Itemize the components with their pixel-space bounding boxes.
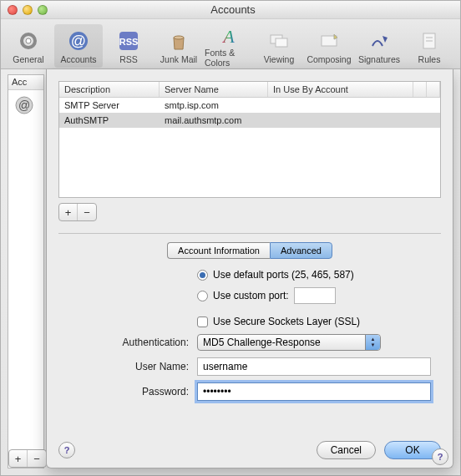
cell-server: smtp.isp.com (160, 98, 268, 113)
toolbar-rules[interactable]: Rules (405, 24, 453, 68)
table-row[interactable]: SMTP Server smtp.isp.com (59, 98, 440, 113)
rss-icon: RSS (115, 28, 142, 54)
add-account-button[interactable]: + (9, 450, 28, 467)
sheet-footer: ? Cancel OK (58, 433, 441, 459)
trash-icon (165, 28, 192, 54)
username-label: User Name: (65, 361, 197, 372)
help-button-outer[interactable]: ? (432, 448, 448, 465)
tab-bar: Account Information Advanced (58, 242, 441, 259)
cancel-button[interactable]: Cancel (317, 441, 376, 459)
table-row[interactable]: AuthSMTP mail.authsmtp.com (59, 113, 440, 128)
toolbar-composing[interactable]: Composing (305, 24, 353, 68)
ssl-label: Use Secure Sockets Layer (SSL) (213, 316, 360, 327)
toolbar-accounts[interactable]: @ Accounts (54, 24, 103, 68)
toolbar-label: General (13, 54, 43, 64)
auth-value: MD5 Challenge-Response (203, 337, 321, 348)
col-description[interactable]: Description (59, 82, 160, 97)
account-row[interactable]: @ (8, 90, 43, 122)
table-header: Description Server Name In Use By Accoun… (59, 82, 440, 98)
svg-rect-9 (276, 38, 287, 47)
toolbar-rss[interactable]: RSS RSS (104, 24, 153, 68)
default-ports-label: Use default ports (25, 465, 587) (213, 269, 354, 281)
cell-server: mail.authsmtp.com (160, 113, 268, 128)
fonts-icon: A (215, 24, 242, 48)
separator (58, 233, 441, 234)
accounts-add-remove: + − (8, 449, 47, 468)
password-label: Password: (65, 386, 197, 398)
server-add-remove: + − (58, 203, 97, 221)
content-area: Acc @ + − Description Server Name In Use… (8, 74, 453, 468)
toolbar-label: Fonts & Colors (205, 48, 253, 68)
svg-text:@: @ (18, 99, 30, 112)
remove-server-button[interactable]: − (78, 204, 96, 220)
toolbar-label: Junk Mail (160, 54, 197, 64)
toolbar-label: Signatures (358, 54, 400, 64)
svg-text:A: A (221, 26, 235, 47)
col-server-name[interactable]: Server Name (160, 82, 268, 97)
auth-select[interactable]: MD5 Challenge-Response (197, 334, 381, 351)
toolbar-fonts[interactable]: A Fonts & Colors (205, 24, 253, 68)
cell-description: SMTP Server (59, 98, 160, 113)
rules-icon (416, 28, 443, 54)
signatures-icon (366, 28, 393, 54)
select-arrows-icon (365, 335, 380, 350)
help-button[interactable]: ? (58, 442, 75, 458)
composing-icon (316, 28, 342, 54)
cell-inuse (268, 113, 413, 128)
col-spacer (413, 82, 427, 97)
add-server-button[interactable]: + (59, 204, 78, 220)
svg-point-6 (174, 36, 184, 39)
gear-icon (15, 28, 42, 54)
accounts-sidebar-header: Acc (8, 75, 43, 90)
toolbar-signatures[interactable]: Signatures (355, 24, 403, 68)
password-field[interactable] (197, 382, 431, 401)
remove-account-button[interactable]: − (28, 450, 46, 467)
toolbar-label: Composing (306, 54, 351, 64)
svg-text:@: @ (71, 33, 86, 49)
radio-custom-port[interactable] (197, 291, 208, 301)
window-title: Accounts (6, 3, 460, 16)
col-in-use[interactable]: In Use By Account (268, 82, 413, 97)
checkbox-ssl[interactable] (197, 316, 208, 327)
toolbar-viewing[interactable]: Viewing (255, 24, 303, 68)
col-spacer (427, 82, 440, 97)
advanced-form: Use default ports (25, 465, 587) Use cus… (58, 269, 441, 401)
toolbar-junk[interactable]: Junk Mail (155, 24, 203, 68)
toolbar-label: RSS (119, 54, 138, 64)
at-icon: @ (12, 95, 37, 115)
toolbar-general[interactable]: General (4, 24, 53, 68)
svg-point-1 (26, 38, 31, 43)
tab-account-info[interactable]: Account Information (167, 242, 270, 259)
at-icon: @ (65, 28, 92, 54)
preferences-window: Accounts General @ Accounts RSS RSS Junk… (0, 0, 461, 476)
titlebar: Accounts (1, 1, 460, 19)
toolbar-label: Accounts (60, 54, 96, 64)
username-field[interactable] (197, 357, 431, 376)
svg-text:RSS: RSS (119, 37, 139, 47)
radio-default-ports[interactable] (197, 270, 208, 281)
cell-inuse (268, 98, 413, 113)
smtp-server-table: Description Server Name In Use By Accoun… (58, 81, 441, 198)
toolbar-label: Viewing (264, 54, 295, 64)
tab-advanced[interactable]: Advanced (270, 242, 332, 259)
accounts-sidebar: Acc @ + − (8, 74, 44, 468)
custom-port-field[interactable] (294, 287, 336, 304)
viewing-icon (266, 28, 292, 54)
custom-port-label: Use custom port: (213, 290, 289, 301)
cell-description: AuthSMTP (59, 113, 160, 128)
auth-label: Authentication: (65, 337, 197, 348)
toolbar: General @ Accounts RSS RSS Junk Mail A F… (1, 19, 460, 69)
smtp-sheet: Description Server Name In Use By Accoun… (46, 69, 453, 468)
toolbar-label: Rules (418, 54, 441, 64)
